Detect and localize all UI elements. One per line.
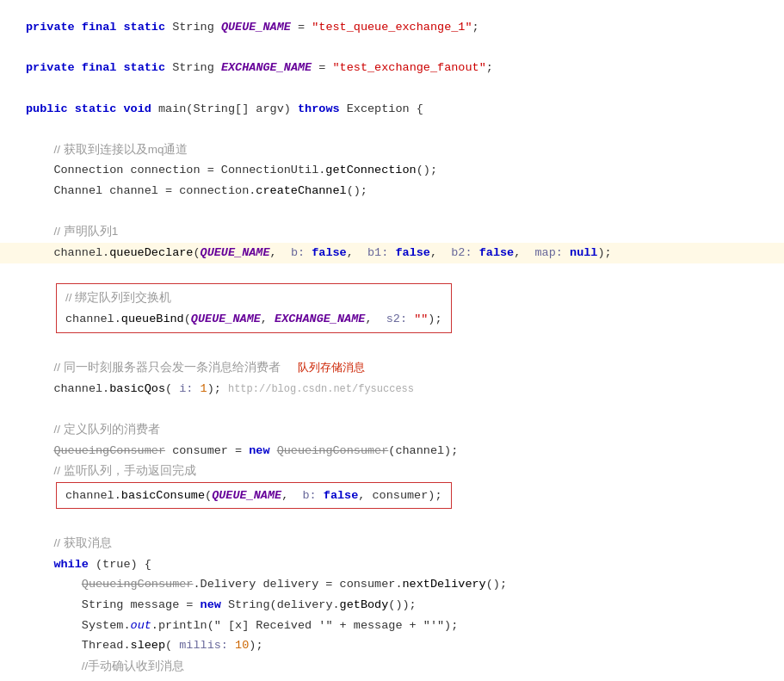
code-line-5: Connection connection = ConnectionUtil.g… <box>26 160 758 181</box>
code-line-queuedeclare: channel.queueDeclare(QUEUE_NAME, b: fals… <box>0 243 784 263</box>
boxed-consume-section: channel.basicConsume(QUEUE_NAME, b: fals… <box>56 482 452 510</box>
code-line-comment7: // 获取消息 <box>26 533 758 554</box>
code-line-6: Channel channel = connection.createChann… <box>26 181 758 201</box>
code-line-3: public static void main(String[] argv) t… <box>26 99 758 120</box>
code-line-1: private final static String QUEUE_NAME =… <box>26 17 758 38</box>
boxed-bind-section: // 绑定队列到交换机 channel.queueBind(QUEUE_NAME… <box>56 283 452 333</box>
code-line-while: while (true) { <box>26 554 758 575</box>
code-line-message: String message = new String(delivery.get… <box>26 595 758 616</box>
code-line-blank3 <box>26 119 758 139</box>
code-line-blank8 <box>26 512 758 533</box>
url-csdn: http://blog.csdn.net/fysuccess <box>228 383 414 395</box>
code-line-comment3: // 绑定队列到交换机 <box>65 288 442 309</box>
code-line-blank5 <box>26 263 758 284</box>
code-viewer: private final static String QUEUE_NAME =… <box>0 0 784 681</box>
code-line-basicqos: channel.basicQos( i: 1); http://blog.csd… <box>26 379 758 399</box>
code-line-blank7 <box>26 399 758 419</box>
code-line-sleep: Thread.sleep( millis: 10); <box>26 635 758 656</box>
code-line-queueingconsumer: QueueingConsumer consumer = new Queueing… <box>26 441 758 461</box>
code-line-comment4: // 同一时刻服务器只会发一条消息给消费者队列存储消息 <box>26 357 758 379</box>
code-line-blank6 <box>26 337 758 357</box>
code-line-println: System.out.println(" [x] Received '" + m… <box>26 616 758 636</box>
annotation-queue-storage: 队列存储消息 <box>298 361 365 374</box>
code-line-comment1: // 获取到连接以及mq通道 <box>26 139 758 161</box>
code-line-blank2 <box>26 78 758 99</box>
code-line-basicack: channel.basicAck(delivery.getEnvelope().… <box>26 677 758 681</box>
code-line-comment8: //手动确认收到消息 <box>26 656 758 678</box>
code-line-basicconsume: channel.basicConsume(QUEUE_NAME, b: fals… <box>65 486 442 506</box>
code-line-blank1 <box>26 38 758 59</box>
code-line-queuebind: channel.queueBind(QUEUE_NAME, EXCHANGE_N… <box>65 309 442 330</box>
code-line-comment6: // 监听队列，手动返回完成 <box>26 461 758 482</box>
code-line-blank4 <box>26 201 758 222</box>
code-line-delivery: QueueingConsumer.Delivery delivery = con… <box>26 574 758 595</box>
code-line-comment2: // 声明队列1 <box>26 221 758 243</box>
code-line-comment5: // 定义队列的消费者 <box>26 419 758 441</box>
code-line-2: private final static String EXCHANGE_NAM… <box>26 58 758 78</box>
